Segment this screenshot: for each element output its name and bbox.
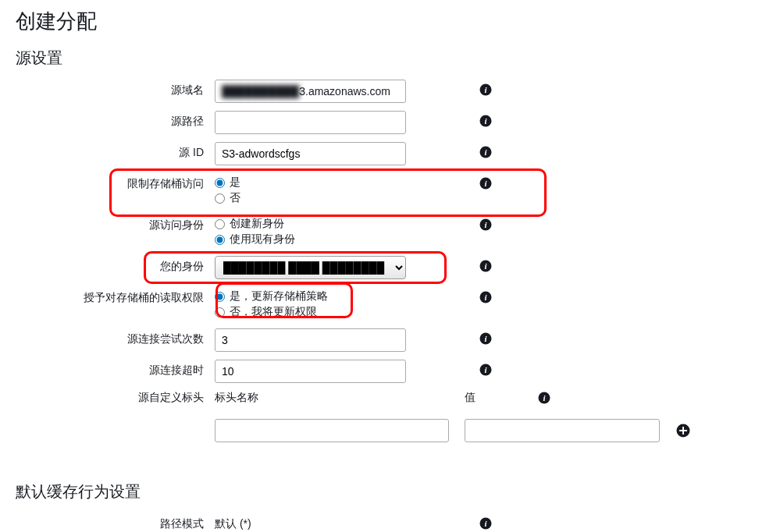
custom-headers-row: 源自定义标头 标头名称 值 i: [16, 391, 764, 405]
info-icon[interactable]: i: [538, 392, 550, 404]
conn-timeout-label: 源连接超时: [16, 360, 215, 378]
restrict-bucket-no[interactable]: 否: [215, 191, 406, 205]
conn-attempts-input[interactable]: [215, 328, 406, 352]
info-icon[interactable]: i: [479, 146, 492, 158]
info-icon[interactable]: i: [479, 115, 492, 127]
grant-read-label: 授予对存储桶的读取权限: [16, 287, 215, 305]
header-value-input[interactable]: [465, 419, 660, 442]
restrict-bucket-row: 限制存储桶访问 是 否 i: [16, 173, 764, 207]
oai-label: 源访问身份: [16, 215, 215, 232]
header-name-col-label: 标头名称: [215, 391, 465, 405]
grant-read-no[interactable]: 否，我将更新权限: [215, 305, 406, 319]
origin-settings-heading: 源设置: [16, 48, 764, 69]
info-icon[interactable]: i: [479, 291, 492, 303]
custom-headers-label: 源自定义标头: [16, 391, 215, 405]
grant-read-row: 授予对存储桶的读取权限 是，更新存储桶策略 否，我将更新权限 i: [16, 287, 764, 321]
your-identity-row: 您的身份 ████████ ████ ████████ i: [16, 256, 764, 279]
header-value-col-label: 值: [465, 391, 475, 405]
cache-behavior-heading: 默认缓存行为设置: [16, 481, 764, 502]
your-identity-select[interactable]: ████████ ████ ████████: [215, 256, 406, 279]
origin-id-label: 源 ID: [16, 142, 215, 160]
path-pattern-label: 路径模式: [16, 513, 215, 531]
oai-use-existing[interactable]: 使用现有身份: [215, 232, 406, 246]
conn-timeout-input[interactable]: [215, 360, 406, 383]
path-pattern-value: 默认 (*): [215, 513, 406, 531]
origin-domain-label: 源域名: [16, 80, 215, 98]
oai-create-new[interactable]: 创建新身份: [215, 217, 406, 231]
cache-behavior-section: 默认缓存行为设置 路径模式 默认 (*) i 查看器协议策略 HTTP 和 HT…: [16, 481, 764, 532]
header-name-input[interactable]: [215, 419, 449, 442]
info-icon[interactable]: i: [479, 83, 492, 96]
origin-domain-row: 源域名 ██████████3.amazonaws.com i: [16, 80, 764, 103]
origin-path-input[interactable]: [215, 111, 406, 134]
origin-settings-section: 源设置 源域名 ██████████3.amazonaws.com i 源路径 …: [16, 48, 764, 442]
origin-path-label: 源路径: [16, 111, 215, 129]
origin-id-row: 源 ID i: [16, 142, 764, 165]
origin-domain-input[interactable]: ██████████3.amazonaws.com: [215, 80, 406, 103]
path-pattern-row: 路径模式 默认 (*) i: [16, 513, 764, 531]
grant-read-yes[interactable]: 是，更新存储桶策略: [215, 289, 406, 303]
custom-header-input-row: [16, 419, 764, 442]
info-icon[interactable]: i: [479, 517, 492, 530]
info-icon[interactable]: i: [479, 364, 492, 376]
info-icon[interactable]: i: [479, 218, 492, 231]
conn-attempts-label: 源连接尝试次数: [16, 328, 215, 346]
conn-timeout-row: 源连接超时 i: [16, 360, 764, 383]
your-identity-label: 您的身份: [16, 256, 215, 274]
origin-path-row: 源路径 i: [16, 111, 764, 134]
info-icon[interactable]: i: [479, 260, 492, 272]
origin-id-input[interactable]: [215, 142, 406, 165]
page-title: 创建分配: [16, 8, 764, 35]
info-icon[interactable]: i: [479, 332, 492, 345]
restrict-bucket-label: 限制存储桶访问: [16, 173, 215, 191]
info-icon[interactable]: i: [479, 177, 492, 190]
add-header-icon[interactable]: [676, 424, 690, 438]
conn-attempts-row: 源连接尝试次数 i: [16, 328, 764, 352]
oai-row: 源访问身份 创建新身份 使用现有身份 i: [16, 215, 764, 248]
restrict-bucket-yes[interactable]: 是: [215, 176, 406, 190]
